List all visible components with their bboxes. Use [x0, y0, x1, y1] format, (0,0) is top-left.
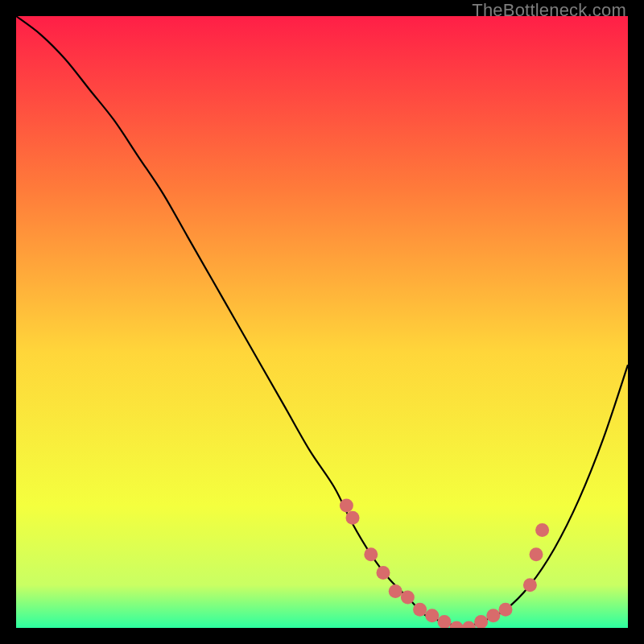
highlight-dot	[413, 603, 427, 617]
bottleneck-chart	[16, 16, 628, 628]
highlight-dot	[486, 609, 500, 622]
highlight-dot	[346, 511, 360, 525]
highlight-dot	[535, 523, 549, 537]
highlight-dot	[340, 499, 353, 513]
highlight-dot	[523, 578, 537, 592]
highlight-dot	[389, 584, 402, 598]
highlight-dot	[499, 603, 513, 617]
highlight-dot	[425, 609, 439, 622]
chart-background	[16, 16, 628, 628]
highlight-dot	[377, 566, 390, 580]
highlight-dot	[401, 591, 415, 605]
watermark-text: TheBottleneck.com	[472, 0, 626, 21]
highlight-dot	[530, 547, 543, 561]
highlight-dot	[364, 547, 378, 561]
